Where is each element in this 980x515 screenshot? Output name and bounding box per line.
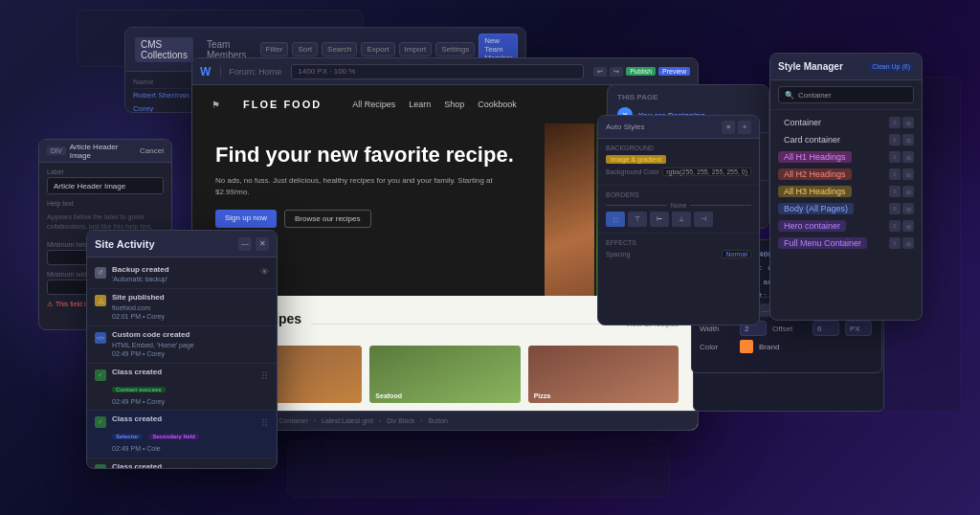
nav-link-cookbook[interactable]: Cookbook <box>478 100 517 109</box>
bottom-bar-container2[interactable]: Container <box>278 417 307 424</box>
list-item: △ Site published floefood.com02:01 PM • … <box>87 289 277 326</box>
auto-border-icons: □ ⊤ ⊢ ⊥ ⊣ <box>606 212 751 227</box>
list-item: ↺ Backup created 'Automatic backup' 👁 <box>87 261 277 289</box>
bottom-bar-grid[interactable]: Latest Latest grid <box>322 417 373 424</box>
style-icon-2b: ⊞ <box>902 134 914 146</box>
url-text: 1400 PX · 100 % <box>298 67 355 76</box>
cms-export-btn[interactable]: Export <box>361 42 394 56</box>
cms-sort-btn[interactable]: Sort <box>292 42 318 56</box>
drag-handle-2 <box>259 418 269 426</box>
style-icon-8a: ≡ <box>889 237 901 249</box>
divider-line-left <box>606 205 667 206</box>
editor-toolbar: W Forum: Home 1400 PX · 100 % ↩ ↪ Publis… <box>192 58 698 85</box>
hero-cta-btn[interactable]: Sign up now <box>215 210 277 228</box>
bottom-bar-button[interactable]: Button <box>429 417 448 424</box>
col-name: Name <box>133 78 190 86</box>
activity-icon-backup: ↺ <box>95 267 106 279</box>
style-label-hero: Hero container <box>778 220 846 232</box>
auto-panel-header: Auto Styles ≡ + <box>598 116 759 139</box>
activity-minimize-btn[interactable]: — <box>238 237 252 251</box>
auto-panel-btn2[interactable]: + <box>738 121 751 134</box>
cell-name-2: Corey <box>133 104 190 113</box>
style-label-card-container: Card container <box>778 134 846 146</box>
recipe-cards: Ramen Seafood Pizza <box>212 346 679 403</box>
preview-btn[interactable]: Preview <box>658 67 690 76</box>
outline-offset-label: Offset <box>772 325 807 333</box>
activity-close-btn[interactable]: ✕ <box>256 237 269 251</box>
cms-tab-collections[interactable]: CMS Collections <box>135 37 193 62</box>
webflow-logo: W <box>200 65 211 78</box>
hero-buttons: Sign up now Browse our recipes <box>215 210 522 228</box>
outline-offset-input[interactable]: 6 <box>813 321 839 336</box>
auto-bg-color-val[interactable]: rgba(255, 255, 255, 255, 0) <box>662 168 751 176</box>
auto-effects-title: Effects <box>606 239 751 246</box>
cms-filter-btn[interactable]: Filter <box>260 42 289 56</box>
style-cleanup-btn[interactable]: Clean Up (6) <box>868 62 914 71</box>
activity-eye-icon[interactable]: 👁 <box>260 267 269 277</box>
recipe-card-seafood[interactable]: Seafood <box>369 346 520 403</box>
style-icon-4b: ⊞ <box>902 168 914 180</box>
style-search-container: 🔍 Container <box>770 80 922 110</box>
recipe-card-pizza[interactable]: Pizza <box>528 346 679 403</box>
url-bar[interactable]: 1400 PX · 100 % <box>291 64 584 79</box>
style-item-icons-4: ≡ ⊞ <box>889 168 914 180</box>
cancel-btn[interactable]: Cancel <box>140 146 164 155</box>
activity-title-code: Custom code created <box>112 330 269 340</box>
publish-btn[interactable]: Publish <box>626 67 656 76</box>
style-manager-panel: Style Manager Clean Up (6) 🔍 Container C… <box>769 53 923 321</box>
hero-browse-btn[interactable]: Browse our recipes <box>284 210 370 228</box>
style-item-full-menu[interactable]: Full Menu Container ≡ ⊞ <box>770 235 922 252</box>
auto-spacing-label: Spacing <box>606 251 630 258</box>
style-item-body[interactable]: Body (All Pages) ≡ ⊞ <box>770 200 922 217</box>
forum-label: Forum: Home <box>220 67 281 77</box>
nav-link-recipes[interactable]: All Recipes <box>352 100 395 109</box>
toolbar-right: ↩ ↪ Publish Preview <box>593 67 690 77</box>
style-label-h3: All H3 Headings <box>778 186 852 197</box>
border-top-btn[interactable]: ⊤ <box>628 212 647 227</box>
activity-content-class2: Class created Selector Secondary field 0… <box>112 414 254 453</box>
auto-panel: Auto Styles ≡ + Background Image & gradi… <box>597 115 760 325</box>
auto-styles-label: Auto Styles <box>606 123 644 131</box>
auto-spacing-val[interactable]: Normal <box>722 250 751 258</box>
redo-btn[interactable]: ↪ <box>610 67 623 77</box>
border-all-btn[interactable]: □ <box>606 212 625 227</box>
style-item-h1[interactable]: All H1 Headings ≡ ⊞ <box>770 148 922 166</box>
style-item-icons-1: ≡ ⊞ <box>889 117 914 128</box>
border-left-btn[interactable]: ⊣ <box>694 212 713 227</box>
style-icon-8b: ⊞ <box>902 237 914 249</box>
style-item-icons-8: ≡ ⊞ <box>889 237 914 249</box>
cms-import-btn[interactable]: Import <box>399 42 433 56</box>
label-field: Label Article Header Image <box>47 168 164 194</box>
style-item-icons-2: ≡ ⊞ <box>889 134 914 146</box>
label-field-input[interactable]: Article Header Image <box>47 177 164 194</box>
error-icon: ⚠ <box>47 301 53 308</box>
border-right-btn[interactable]: ⊢ <box>650 212 669 227</box>
style-item-hero[interactable]: Hero container ≡ ⊞ <box>770 217 922 235</box>
style-item-card-container[interactable]: Card container ≡ ⊞ <box>770 131 922 148</box>
cms-settings-btn[interactable]: Settings <box>435 42 475 56</box>
activity-title: Site Activity <box>95 238 155 250</box>
style-icon-3b: ⊞ <box>902 151 914 163</box>
style-item-h2[interactable]: All H2 Headings ≡ ⊞ <box>770 166 922 183</box>
style-item-h3[interactable]: All H3 Headings ≡ ⊞ <box>770 183 922 200</box>
outline-unit-box[interactable]: PX <box>845 321 872 336</box>
nav-icon: ⚑ <box>212 100 220 110</box>
style-item-container[interactable]: Container ≡ ⊞ <box>770 114 922 131</box>
style-search-text: Container <box>798 91 832 100</box>
style-icon-6a: ≡ <box>889 203 901 214</box>
activity-sub-published: floefood.com02:01 PM • Corey <box>112 303 269 323</box>
style-search-box[interactable]: 🔍 Container <box>778 86 914 103</box>
style-item-icons-7: ≡ ⊞ <box>889 220 914 232</box>
cms-search-btn[interactable]: Search <box>322 42 357 56</box>
activity-sub-code: HTML Embed, 'Home' page02:49 PM • Corey <box>112 341 269 360</box>
nav-link-learn[interactable]: Learn <box>409 100 431 109</box>
recipe-label-3: Pizza <box>534 392 551 399</box>
outline-color-swatch[interactable] <box>740 340 753 353</box>
nav-link-shop[interactable]: Shop <box>444 100 464 109</box>
auto-panel-btn1[interactable]: ≡ <box>722 121 735 134</box>
undo-btn[interactable]: ↩ <box>593 67 607 77</box>
activity-content-code: Custom code created HTML Embed, 'Home' p… <box>112 330 269 359</box>
bottom-bar-div[interactable]: Div Block <box>387 417 414 424</box>
border-bottom-btn[interactable]: ⊥ <box>672 212 691 227</box>
tag-secondary-field: Secondary field <box>148 434 199 439</box>
